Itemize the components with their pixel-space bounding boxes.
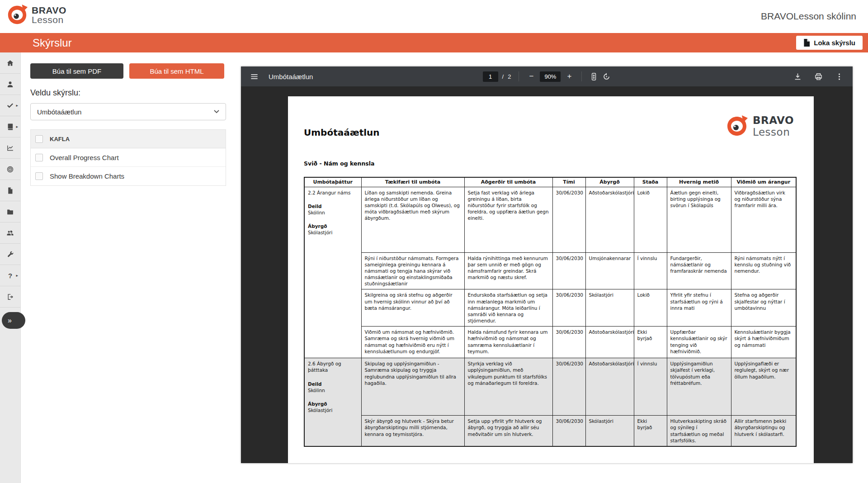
sidebar-item-folders[interactable] bbox=[0, 201, 20, 223]
cell-time: 30/06/2030 bbox=[552, 289, 585, 327]
sidebar-item-home[interactable] bbox=[0, 52, 20, 74]
report-select-label: Veldu skýrslu: bbox=[30, 88, 226, 98]
sidebar-item-user[interactable] bbox=[0, 74, 20, 95]
report-panel: Búa til sem PDF Búa til sem HTML Veldu s… bbox=[30, 63, 226, 186]
page-total: 2 bbox=[508, 73, 511, 80]
cell-time: 30/06/2030 bbox=[552, 187, 585, 252]
page-separator: / bbox=[502, 73, 504, 80]
user-icon bbox=[6, 80, 14, 88]
col-header: Aðgerðir til umbóta bbox=[464, 177, 552, 187]
menu-button[interactable] bbox=[250, 72, 259, 81]
caret-right-icon: ▸ bbox=[16, 103, 18, 108]
close-report-button[interactable]: Loka skýrslu bbox=[796, 36, 863, 50]
brand-text: BRAVO Lesson bbox=[32, 5, 66, 25]
resp-label: Ábyrgð bbox=[308, 401, 358, 407]
logo-text-bottom: Lesson bbox=[753, 126, 794, 138]
sidebar-item-documents[interactable] bbox=[0, 180, 20, 201]
cell-responsible: Aðstoðarskólastjóri bbox=[585, 327, 634, 358]
folder-icon bbox=[6, 208, 14, 216]
list-item[interactable]: Show Breakdown Charts bbox=[31, 167, 226, 185]
bullseye-icon bbox=[6, 166, 14, 173]
caret-right-icon: ▸ bbox=[16, 124, 18, 129]
export-pdf-button[interactable]: Búa til sem PDF bbox=[30, 63, 123, 79]
sidebar-item-groups[interactable] bbox=[0, 223, 20, 244]
resp-value: Skólastjóri bbox=[308, 229, 358, 236]
cell-actions: Halda rýnihittinga með kennurum þar sem … bbox=[464, 252, 552, 289]
table-row: Skýr ábyrgð og hlutverk - Skýra betur áb… bbox=[304, 416, 796, 446]
cell-how: Upplýsingamiðlun skjalfest í verklagi, t… bbox=[667, 358, 731, 416]
kebab-menu-icon bbox=[835, 72, 844, 81]
sidebar-item-help[interactable]: ? ▸ bbox=[0, 265, 20, 286]
logo-text-top: BRAVO bbox=[753, 114, 794, 126]
zoom-in-button[interactable]: + bbox=[565, 72, 574, 81]
cell-actions: Setja upp yfirlit yfir hlutverk og ábyrg… bbox=[464, 416, 552, 446]
pdf-document-title: Umbótaáætlun bbox=[269, 73, 313, 80]
row-checkbox[interactable] bbox=[35, 172, 43, 180]
cell-time: 30/06/2030 bbox=[552, 252, 585, 289]
document-logo-text: BRAVO Lesson bbox=[753, 114, 794, 138]
sidebar-collapse-toggle[interactable]: » bbox=[2, 312, 25, 329]
cell-responsible: Aðstoðarskólastjóri bbox=[585, 187, 634, 252]
col-header: Tækifæri til umbóta bbox=[361, 177, 464, 187]
cell-time: 30/06/2030 bbox=[552, 416, 585, 446]
workspace: ▸ ▸ ? ▸ bbox=[0, 52, 868, 483]
table-row: 2.6 Ábyrgð og þátttaka Deild Skólinn Áby… bbox=[304, 358, 796, 416]
document-section-heading: Svið - Nám og kennsla bbox=[304, 160, 796, 167]
cell-status: Ekki byrjað bbox=[634, 416, 667, 446]
hamburger-icon bbox=[250, 72, 259, 81]
list-item-label: Show Breakdown Charts bbox=[50, 172, 124, 180]
cell-time: 30/06/2030 bbox=[552, 358, 585, 416]
cell-criteria: Stefna og aðgerðir skjalfestar og nýttar… bbox=[731, 289, 796, 327]
sidebar-item-logout[interactable] bbox=[0, 286, 20, 308]
page-number-input[interactable] bbox=[483, 71, 498, 82]
cell-status: Lokið bbox=[634, 289, 667, 327]
sidebar-item-settings[interactable] bbox=[0, 244, 20, 265]
cell-opportunity: Viðmið um námsmat og hæfniviðmið. Samræm… bbox=[361, 327, 464, 358]
toolbar-center: / 2 − 90% + bbox=[483, 66, 611, 86]
download-icon bbox=[793, 72, 802, 81]
sidebar-item-goals[interactable] bbox=[0, 159, 20, 180]
toolbar-left: Umbótaáætlun bbox=[250, 66, 313, 86]
page-title: Skýrslur bbox=[33, 33, 72, 52]
pdf-page-content: BRAVO Lesson Umbótaáætlun Svið - Nám og … bbox=[288, 96, 814, 447]
cell-how: Fundargerðir, námsáætlanir og framfarask… bbox=[667, 252, 731, 289]
rotate-button[interactable] bbox=[602, 72, 611, 81]
brand-logo: BRAVO Lesson bbox=[6, 4, 66, 26]
cell-criteria: Viðbragðsáætlun virk og niðurstöður sýna… bbox=[731, 187, 796, 252]
print-icon bbox=[814, 72, 823, 81]
select-all-checkbox[interactable] bbox=[35, 135, 43, 143]
bravolesson-logo-icon bbox=[726, 115, 748, 137]
col-header: Viðmið um árangur bbox=[731, 177, 796, 187]
cell-time: 30/06/2030 bbox=[552, 327, 585, 358]
sidebar-item-tasks[interactable]: ▸ bbox=[0, 95, 20, 116]
row-checkbox[interactable] bbox=[35, 154, 43, 161]
document-icon bbox=[803, 39, 810, 47]
sidebar-item-journal[interactable]: ▸ bbox=[0, 116, 20, 137]
home-icon bbox=[6, 59, 14, 67]
bravolesson-logo-icon bbox=[6, 4, 28, 26]
cell-actions: Endurskoða starfsáætlun og setja inn mæl… bbox=[464, 289, 552, 327]
cell-responsible: Umsjónakennarar bbox=[585, 252, 634, 289]
download-button[interactable] bbox=[793, 72, 802, 81]
pdf-toolbar: Umbótaáætlun / 2 − 90% + bbox=[241, 66, 853, 86]
cell-opportunity: Skilgreina og skrá stefnu og aðgerðir um… bbox=[361, 289, 464, 327]
cell-responsible: Skólastjóri bbox=[585, 289, 634, 327]
close-report-label: Loka skýrslu bbox=[814, 39, 855, 47]
wrench-icon bbox=[6, 251, 14, 258]
help-icon: ? bbox=[8, 272, 12, 279]
report-select[interactable]: Umbótaáætlun bbox=[30, 103, 226, 120]
zoom-out-button[interactable]: − bbox=[527, 72, 536, 81]
more-options-button[interactable] bbox=[835, 72, 844, 81]
cell-criteria: Allir starfsmenn þekki ábyrgðarskiptingu… bbox=[731, 416, 796, 446]
sidebar-item-statistics[interactable] bbox=[0, 137, 20, 159]
cell-how: Yfirlit yfir stefnu í starfsáætlun og rý… bbox=[667, 289, 731, 327]
cell-opportunity: Skýr ábyrgð og hlutverk - Skýra betur áb… bbox=[361, 416, 464, 446]
list-item[interactable]: Overall Progress Chart bbox=[31, 148, 226, 167]
cell-actions: Setja fast verklag við árlega greiningu … bbox=[464, 187, 552, 252]
export-html-button[interactable]: Búa til sem HTML bbox=[129, 63, 224, 79]
table-row: Rýni í niðurstöður námsmats. Formgera sa… bbox=[304, 252, 796, 289]
cell-factor: 2.2 Árangur náms Deild Skólinn Ábyrgð Sk… bbox=[304, 187, 361, 358]
fit-page-button[interactable] bbox=[590, 72, 598, 81]
toolbar-right bbox=[793, 66, 844, 86]
print-button[interactable] bbox=[814, 72, 823, 81]
